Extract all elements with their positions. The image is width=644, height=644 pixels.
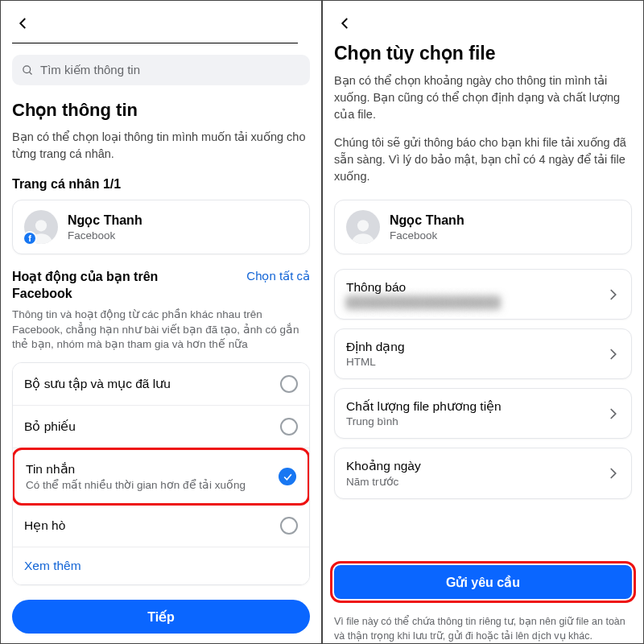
activity-heading: Hoạt động của bạn trên Facebook xyxy=(12,269,213,303)
list-item-title: Bỏ phiếu xyxy=(24,419,76,434)
profile-card[interactable]: f Ngọc Thanh Facebook xyxy=(12,200,310,254)
section-label: Trang cá nhân 1/1 xyxy=(12,177,310,192)
chevron-left-icon xyxy=(16,16,31,31)
page-title: Chọn thông tin xyxy=(12,100,310,121)
option-title: Định dạng xyxy=(346,340,405,354)
list-item-title: Hẹn hò xyxy=(24,518,65,533)
see-more-label: Xem thêm xyxy=(24,559,81,573)
activity-sub: Thông tin và hoạt động từ các phần khác … xyxy=(12,308,310,353)
chevron-right-icon xyxy=(605,407,620,421)
page-desc-2: Chúng tôi sẽ gửi thông báo cho bạn khi f… xyxy=(334,134,632,185)
screen-file-options: Chọn tùy chọn file Bạn có thể chọn khoản… xyxy=(322,0,644,644)
chevron-left-icon xyxy=(338,16,353,31)
page-desc-1: Bạn có thể chọn khoảng ngày cho thông ti… xyxy=(334,72,632,123)
list-item-messages[interactable]: Tin nhắn Có thể mất nhiều thời gian hơn … xyxy=(12,448,310,506)
header-divider xyxy=(12,43,298,43)
option-title: Chất lượng file phương tiện xyxy=(346,399,502,414)
check-icon xyxy=(283,472,293,482)
avatar xyxy=(346,210,380,244)
person-icon xyxy=(349,217,377,244)
options-list: Thông báo ████████████████████ Định dạng… xyxy=(334,269,632,499)
radio-unchecked[interactable] xyxy=(280,517,298,535)
chevron-right-icon xyxy=(605,287,620,302)
list-item-voting[interactable]: Bỏ phiếu xyxy=(13,406,309,448)
list-item-title: Bộ sưu tập và mục đã lưu xyxy=(24,377,171,391)
radio-unchecked[interactable] xyxy=(280,375,298,393)
option-notification[interactable]: Thông báo ████████████████████ xyxy=(334,269,632,320)
option-title: Khoảng ngày xyxy=(346,459,421,473)
page-title: Chọn tùy chọn file xyxy=(334,43,632,64)
option-sub: HTML xyxy=(346,356,405,368)
avatar: f xyxy=(24,210,58,244)
list-item-dating[interactable]: Hẹn hò xyxy=(13,505,309,547)
svg-point-3 xyxy=(357,220,369,231)
svg-point-0 xyxy=(23,65,31,72)
screen-inner: Chọn tùy chọn file Bạn có thể chọn khoản… xyxy=(323,1,643,643)
next-button[interactable]: Tiếp xyxy=(12,600,310,634)
profile-source: Facebook xyxy=(390,229,464,242)
option-title: Thông báo xyxy=(346,280,500,295)
screen-select-info: Tìm kiếm thông tin Chọn thông tin Bạn có… xyxy=(0,0,322,644)
chevron-right-icon xyxy=(605,466,620,481)
facebook-badge-icon: f xyxy=(23,231,37,246)
chevron-right-icon xyxy=(605,347,620,361)
screen-inner: Tìm kiếm thông tin Chọn thông tin Bạn có… xyxy=(1,1,321,643)
option-date-range[interactable]: Khoảng ngày Năm trước xyxy=(334,448,632,499)
back-button[interactable] xyxy=(334,12,357,35)
list-item-title: Tin nhắn xyxy=(26,462,246,477)
info-list: Bộ sưu tập và mục đã lưu Bỏ phiếu Tin nh… xyxy=(12,362,310,585)
option-sub: Trung bình xyxy=(346,415,502,427)
select-all-link[interactable]: Chọn tất cả xyxy=(246,269,310,283)
svg-point-2 xyxy=(35,220,47,231)
see-more-link[interactable]: Xem thêm xyxy=(13,547,309,584)
page-desc: Bạn có thể chọn loại thông tin mình muốn… xyxy=(12,129,310,163)
search-input[interactable]: Tìm kiếm thông tin xyxy=(12,55,310,85)
search-icon xyxy=(22,64,34,76)
footer-note: Vì file này có thể chứa thông tin riêng … xyxy=(334,615,632,643)
radio-unchecked[interactable] xyxy=(280,418,298,436)
list-item-collections[interactable]: Bộ sưu tập và mục đã lưu xyxy=(13,363,309,406)
radio-checked[interactable] xyxy=(279,468,296,485)
search-placeholder: Tìm kiếm thông tin xyxy=(40,63,140,77)
profile-name: Ngọc Thanh xyxy=(68,213,142,228)
profile-name: Ngọc Thanh xyxy=(390,213,464,228)
profile-source: Facebook xyxy=(68,229,142,242)
option-sub: Năm trước xyxy=(346,475,421,488)
profile-card[interactable]: Ngọc Thanh Facebook xyxy=(334,200,632,254)
list-item-sub: Có thể mất nhiều thời gian hơn để tải xu… xyxy=(26,478,246,491)
option-media-quality[interactable]: Chất lượng file phương tiện Trung bình xyxy=(334,388,632,439)
svg-line-1 xyxy=(29,72,31,74)
option-sub: ████████████████████ xyxy=(346,296,500,308)
submit-request-button[interactable]: Gửi yêu cầu xyxy=(334,565,632,599)
option-format[interactable]: Định dạng HTML xyxy=(334,328,632,379)
back-button[interactable] xyxy=(12,12,35,35)
